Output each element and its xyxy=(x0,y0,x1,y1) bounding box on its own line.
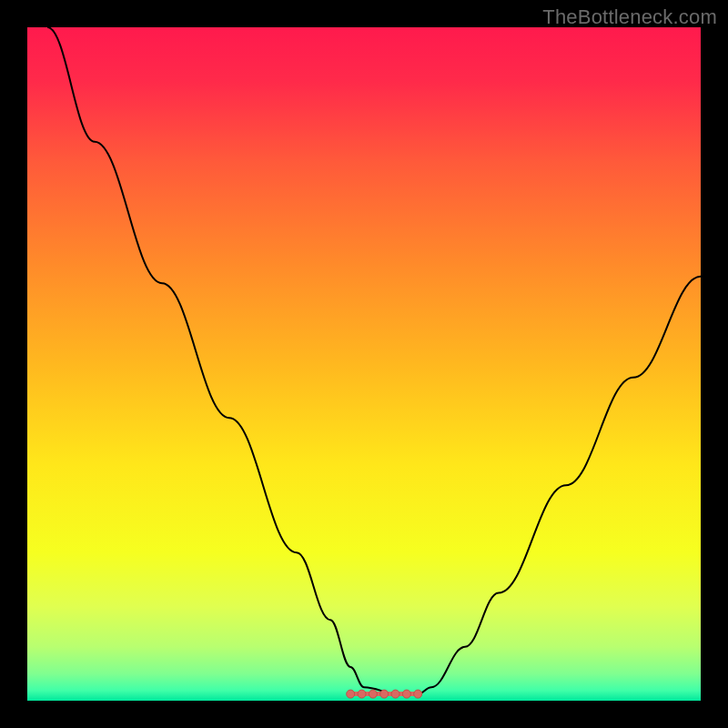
minimum-marker xyxy=(369,690,377,698)
minimum-marker xyxy=(402,690,410,698)
plot-area xyxy=(27,27,701,701)
watermark-text: TheBottleneck.com xyxy=(542,5,717,29)
chart-frame: TheBottleneck.com xyxy=(0,0,728,728)
gradient-background xyxy=(27,27,701,701)
chart-svg xyxy=(27,27,701,701)
minimum-marker xyxy=(358,690,366,698)
minimum-marker xyxy=(391,690,399,698)
minimum-marker xyxy=(347,690,355,698)
minimum-marker xyxy=(380,690,389,698)
minimum-marker xyxy=(414,690,422,698)
